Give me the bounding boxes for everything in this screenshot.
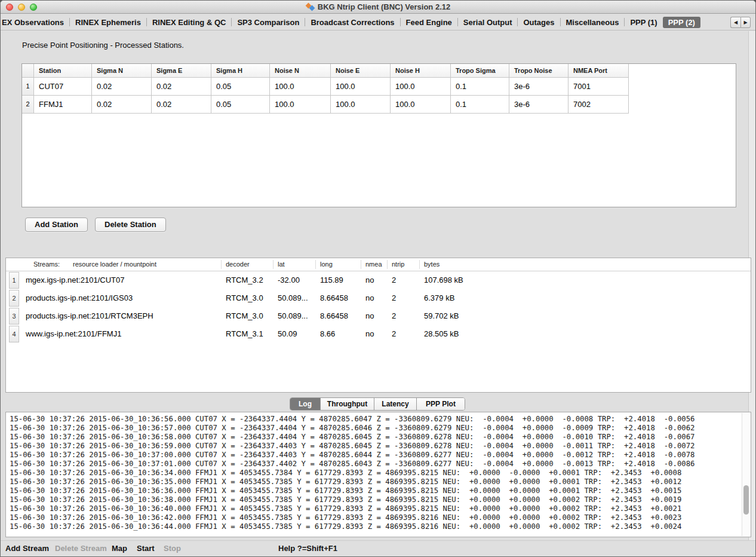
stations-table: Station Sigma N Sigma E Sigma H Noise N … <box>21 63 736 207</box>
stream-ntrip: 2 <box>392 325 396 343</box>
tab-ppp-2[interactable]: PPP (2) <box>663 17 700 28</box>
col-header-tropo-sigma[interactable]: Tropo Sigma <box>451 64 509 78</box>
stream-row[interactable]: 3 products.igs-ip.net:2101/RTCM3EPH RTCM… <box>6 307 751 325</box>
delete-station-button[interactable]: Delete Station <box>95 218 166 232</box>
cell-tropo-sigma[interactable]: 0.1 <box>451 96 509 114</box>
streams-label: Streams: <box>33 261 60 268</box>
stream-long: 8.66 <box>320 325 335 343</box>
stream-long: 8.66458 <box>320 289 348 307</box>
tab-scroll-right-icon[interactable]: ▶ <box>740 17 751 28</box>
cell-nmea-port[interactable]: 7001 <box>568 78 629 96</box>
log-line: 15-06-30 10:37:26 2015-06-30_10:37:00.00… <box>10 451 740 460</box>
tab-scroll-left-icon[interactable]: ◀ <box>730 17 740 28</box>
tab-broadcast-corrections[interactable]: Broadcast Corrections <box>305 17 399 28</box>
tab-throughput[interactable]: Throughput <box>321 398 374 410</box>
col-header-ntrip: ntrip <box>392 261 404 268</box>
col-header-tropo-noise[interactable]: Tropo Noise <box>509 64 568 78</box>
log-scrollbar-thumb[interactable] <box>743 485 749 515</box>
stream-decoder: RTCM_3.0 <box>226 289 263 307</box>
start-button[interactable]: Start <box>137 544 155 553</box>
cell-noise-n[interactable]: 100.0 <box>270 78 331 96</box>
row-header[interactable]: 4 <box>9 326 19 342</box>
cell-sigma-e[interactable]: 0.02 <box>152 96 211 114</box>
cell-noise-h[interactable]: 100.0 <box>391 78 451 96</box>
stream-ntrip: 2 <box>392 289 396 307</box>
stream-bytes: 107.698 kB <box>424 271 463 289</box>
row-header[interactable]: 2 <box>9 290 19 307</box>
tab-latency[interactable]: Latency <box>374 398 417 410</box>
row-header[interactable]: 1 <box>9 272 19 289</box>
stream-bytes: 28.505 kB <box>424 325 459 343</box>
col-header-noise-h[interactable]: Noise H <box>391 64 451 78</box>
stream-bytes: 59.702 kB <box>424 307 459 325</box>
stream-mountpoint: mgex.igs-ip.net:2101/CUT07 <box>26 271 124 289</box>
streams-header-row: Streams: resource loader / mountpoint de… <box>6 258 751 271</box>
header-separator <box>387 260 388 269</box>
cell-sigma-h[interactable]: 0.05 <box>211 78 270 96</box>
cell-sigma-n[interactable]: 0.02 <box>92 78 152 96</box>
stream-lat: 50.089... <box>278 307 308 325</box>
log-scrollbar[interactable] <box>742 413 750 536</box>
add-station-button[interactable]: Add Station <box>25 218 88 232</box>
main-tab-bar: EX Observations RINEX Ephemeris RINEX Ed… <box>1 14 755 30</box>
col-header-nmea-port[interactable]: NMEA Port <box>568 64 629 78</box>
log-line: 15-06-30 10:37:26 2015-06-30_10:36:42.00… <box>10 513 740 522</box>
row-header[interactable]: 1 <box>22 78 34 96</box>
row-header[interactable]: 3 <box>9 308 19 325</box>
stream-row[interactable]: 1 mgex.igs-ip.net:2101/CUT07 RTCM_3.2 -3… <box>6 271 751 289</box>
log-line: 15-06-30 10:37:26 2015-06-30_10:36:59.00… <box>10 442 740 451</box>
add-stream-button[interactable]: Add Stream <box>5 544 49 553</box>
col-header-sigma-e[interactable]: Sigma E <box>152 64 211 78</box>
cell-station[interactable]: CUT07 <box>34 78 92 96</box>
tab-miscellaneous[interactable]: Miscellaneous <box>561 17 625 28</box>
stream-row[interactable]: 4 www.igs-ip.net:2101/FFMJ1 RTCM_3.1 50.… <box>6 325 751 343</box>
cell-sigma-e[interactable]: 0.02 <box>152 78 211 96</box>
cell-tropo-sigma[interactable]: 0.1 <box>451 78 509 96</box>
tab-log[interactable]: Log <box>290 398 321 410</box>
window-title: BKG Ntrip Client (BNC) Version 2.12 <box>1 1 755 14</box>
log-line: 15-06-30 10:37:26 2015-06-30_10:36:36.00… <box>10 486 740 495</box>
col-header-noise-e[interactable]: Noise E <box>331 64 391 78</box>
col-header-station[interactable]: Station <box>34 64 92 78</box>
tab-sp3-comparison[interactable]: SP3 Comparison <box>232 17 305 28</box>
tab-ppp-1[interactable]: PPP (1) <box>625 17 662 28</box>
cell-noise-e[interactable]: 100.0 <box>331 78 391 96</box>
tab-feed-engine[interactable]: Feed Engine <box>401 17 457 28</box>
cell-nmea-port[interactable]: 7002 <box>568 96 629 114</box>
delete-stream-button[interactable]: Delete Stream <box>55 544 107 553</box>
stream-mountpoint: www.igs-ip.net:2101/FFMJ1 <box>26 325 121 343</box>
col-header-lat: lat <box>278 261 285 268</box>
tab-rinex-editing-qc[interactable]: RINEX Editing & QC <box>147 17 232 28</box>
map-button[interactable]: Map <box>112 544 127 553</box>
cell-sigma-n[interactable]: 0.02 <box>92 96 152 114</box>
col-header-sigma-h[interactable]: Sigma H <box>211 64 270 78</box>
stream-row[interactable]: 2 products.igs-ip.net:2101/IGS03 RTCM_3.… <box>6 289 751 307</box>
tab-rinex-observations[interactable]: EX Observations <box>1 17 69 28</box>
cell-sigma-h[interactable]: 0.05 <box>211 96 270 114</box>
table-row: 1 CUT07 0.02 0.02 0.05 100.0 100.0 100.0… <box>22 78 736 96</box>
col-header-sigma-n[interactable]: Sigma N <box>92 64 152 78</box>
cell-tropo-noise[interactable]: 3e-6 <box>509 96 568 114</box>
tab-rinex-ephemeris[interactable]: RINEX Ephemeris <box>70 17 146 28</box>
col-header-noise-n[interactable]: Noise N <box>270 64 331 78</box>
cell-station[interactable]: FFMJ1 <box>34 96 92 114</box>
header-separator <box>361 260 361 269</box>
stream-decoder: RTCM_3.2 <box>226 271 263 289</box>
cell-noise-n[interactable]: 100.0 <box>270 96 331 114</box>
stream-decoder: RTCM_3.0 <box>226 307 263 325</box>
log-line: 15-06-30 10:37:26 2015-06-30_10:36:44.00… <box>10 522 740 531</box>
tab-outages[interactable]: Outages <box>518 17 560 28</box>
title-bar[interactable]: BKG Ntrip Client (BNC) Version 2.12 <box>1 1 755 14</box>
stop-button[interactable]: Stop <box>164 544 181 553</box>
tab-serial-output[interactable]: Serial Output <box>458 17 518 28</box>
cell-tropo-noise[interactable]: 3e-6 <box>509 78 568 96</box>
tab-ppp-plot[interactable]: PPP Plot <box>417 398 465 410</box>
stations-corner-cell <box>22 64 34 78</box>
stream-long: 8.66458 <box>320 307 348 325</box>
cell-noise-e[interactable]: 100.0 <box>331 96 391 114</box>
row-header[interactable]: 2 <box>22 96 34 114</box>
window-title-text: BKG Ntrip Client (BNC) Version 2.12 <box>318 2 450 11</box>
page-title: Precise Point Positioning - Processed St… <box>22 41 184 50</box>
tab-scroll-arrows: ◀ ▶ <box>730 17 751 28</box>
cell-noise-h[interactable]: 100.0 <box>391 96 451 114</box>
